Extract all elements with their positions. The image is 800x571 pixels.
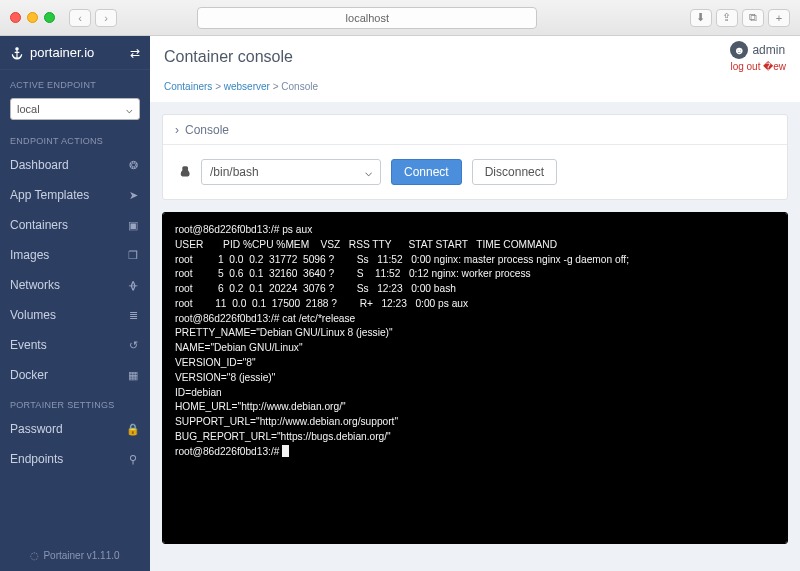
shell-select[interactable]: /bin/bash ⌵ (201, 159, 381, 185)
anchor-icon (10, 46, 24, 60)
sidebar-item-label: Volumes (10, 308, 56, 322)
sidebar-item-label: Containers (10, 218, 68, 232)
terminal-cursor (282, 445, 289, 457)
history-icon: ↺ (126, 339, 140, 352)
sidebar-toggle-icon[interactable]: ⇄ (130, 46, 140, 60)
breadcrumb: Containers > webserver > Console (150, 77, 800, 102)
topbar: Container console ☻ admin log out �ew (150, 36, 800, 78)
sidebar-item-label: Endpoints (10, 452, 63, 466)
browser-url-field[interactable]: localhost (197, 7, 537, 29)
clone-icon: ❐ (126, 249, 140, 262)
sidebar-item-label: Networks (10, 278, 60, 292)
chevron-updown-icon: ⌵ (365, 165, 372, 179)
endpoint-actions-label: ENDPOINT ACTIONS (0, 126, 150, 150)
tabs-icon[interactable]: ⧉ (742, 9, 764, 27)
sidebar-item-label: Events (10, 338, 47, 352)
minimize-window-icon[interactable] (27, 12, 38, 23)
browser-back-button[interactable]: ‹ (69, 9, 91, 27)
page-title: Container console (164, 48, 293, 66)
shell-value: /bin/bash (210, 165, 259, 179)
sidebar: portainer.io ⇄ ACTIVE ENDPOINT local ⌵ E… (0, 36, 150, 571)
console-panel-title: Console (185, 123, 229, 137)
logout-link[interactable]: log out �ew (730, 61, 786, 72)
sitemap-icon: ᚖ (126, 279, 140, 292)
browser-forward-button[interactable]: › (95, 9, 117, 27)
breadcrumb-webserver[interactable]: webserver (224, 81, 270, 92)
sidebar-item-volumes[interactable]: Volumes≣ (0, 300, 150, 330)
portainer-settings-label: PORTAINER SETTINGS (0, 390, 150, 414)
database-icon: ≣ (126, 309, 140, 322)
share-icon[interactable]: ⇪ (716, 9, 738, 27)
chevron-right-icon: › (175, 123, 179, 137)
sidebar-item-dashboard[interactable]: Dashboard❂ (0, 150, 150, 180)
username: admin (752, 43, 785, 57)
add-tab-icon[interactable]: + (768, 9, 790, 27)
sidebar-item-label: Docker (10, 368, 48, 382)
console-panel-header[interactable]: › Console (163, 115, 787, 145)
tachometer-icon: ❂ (126, 159, 140, 172)
sidebar-item-events[interactable]: Events↺ (0, 330, 150, 360)
window-controls (10, 12, 55, 23)
sidebar-item-containers[interactable]: Containers▣ (0, 210, 150, 240)
user-block: ☻ admin (730, 41, 786, 59)
sidebar-item-label: Password (10, 422, 63, 436)
terminal-output: root@86d226f0bd13:/# ps aux USER PID %CP… (175, 224, 629, 457)
sidebar-item-label: Dashboard (10, 158, 69, 172)
download-icon[interactable]: ⬇ (690, 9, 712, 27)
version-text: Portainer v1.11.0 (43, 550, 119, 561)
connect-button[interactable]: Connect (391, 159, 462, 185)
sidebar-item-docker[interactable]: Docker▦ (0, 360, 150, 390)
brand[interactable]: portainer.io ⇄ (0, 36, 150, 70)
plug-icon: ⚲ (126, 453, 140, 466)
breadcrumb-containers[interactable]: Containers (164, 81, 212, 92)
zoom-window-icon[interactable] (44, 12, 55, 23)
active-endpoint-label: ACTIVE ENDPOINT (0, 70, 150, 94)
brand-text: portainer.io (30, 45, 94, 60)
sidebar-item-networks[interactable]: Networksᚖ (0, 270, 150, 300)
cubes-icon: ▣ (126, 219, 140, 232)
console-panel: › Console /bin/bash ⌵ Connect Disconnect (162, 114, 788, 200)
sidebar-item-images[interactable]: Images❐ (0, 240, 150, 270)
main: Container console ☻ admin log out �ew Co… (150, 36, 800, 571)
sidebar-item-label: App Templates (10, 188, 89, 202)
disconnect-button[interactable]: Disconnect (472, 159, 557, 185)
user-circle-icon: ☻ (730, 41, 748, 59)
endpoint-select[interactable]: local ⌵ (10, 98, 140, 120)
close-window-icon[interactable] (10, 12, 21, 23)
sidebar-footer: ◌ Portainer v1.11.0 (0, 540, 150, 571)
github-icon: ◌ (30, 550, 39, 561)
sidebar-item-app-templates[interactable]: App Templates➤ (0, 180, 150, 210)
terminal-panel: root@86d226f0bd13:/# ps aux USER PID %CP… (162, 212, 788, 544)
endpoint-value: local (17, 103, 40, 115)
sidebar-item-password[interactable]: Password🔒 (0, 414, 150, 444)
sidebar-item-label: Images (10, 248, 49, 262)
terminal[interactable]: root@86d226f0bd13:/# ps aux USER PID %CP… (163, 213, 787, 543)
linux-icon (177, 165, 191, 179)
rocket-icon: ➤ (126, 189, 140, 202)
sidebar-item-endpoints[interactable]: Endpoints⚲ (0, 444, 150, 474)
browser-chrome: ‹ › localhost ⬇ ⇪ ⧉ + (0, 0, 800, 36)
lock-icon: 🔒 (126, 423, 140, 436)
chevron-updown-icon: ⌵ (126, 103, 133, 116)
breadcrumb-current: Console (281, 81, 318, 92)
th-icon: ▦ (126, 369, 140, 382)
